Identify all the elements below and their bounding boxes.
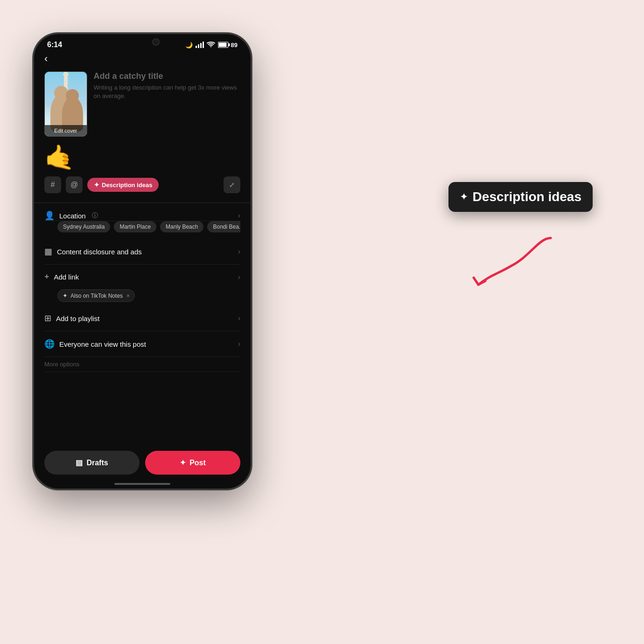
add-to-playlist-label: Add to playlist bbox=[56, 315, 99, 322]
tooltip-wand-icon: ✦ bbox=[460, 191, 468, 203]
phone-screen: 6:14 🌙 bbox=[34, 34, 251, 489]
content-disclosure-menu-item[interactable]: ▦ Content disclosure and ads › bbox=[44, 239, 240, 265]
add-link-menu-item[interactable]: + Add link › bbox=[44, 265, 240, 289]
add-to-playlist-menu-item[interactable]: ⊞ Add to playlist › bbox=[44, 306, 240, 331]
post-icon: ✦ bbox=[180, 458, 186, 467]
hashtag-button[interactable]: # bbox=[44, 176, 61, 193]
screen-content: ‹ Cover Edit cover bbox=[34, 53, 251, 372]
scene: 6:14 🌙 bbox=[0, 0, 644, 644]
location-menu-item[interactable]: 👤 Location ⓘ › bbox=[44, 203, 240, 221]
visibility-label: Everyone can view this post bbox=[59, 340, 146, 348]
mention-button[interactable]: @ bbox=[66, 176, 83, 193]
add-title-placeholder[interactable]: Add a catchy title bbox=[94, 71, 240, 81]
description-ideas-tooltip: ✦ Description ideas bbox=[448, 182, 593, 212]
location-chip-bondi[interactable]: Bondi Bea... bbox=[207, 221, 240, 232]
location-chip-manly[interactable]: Manly Beach bbox=[160, 221, 203, 232]
drafts-icon: ▤ bbox=[76, 458, 83, 467]
post-button[interactable]: ✦ Post bbox=[145, 451, 240, 475]
description-hint: Writing a long description can help get … bbox=[94, 84, 240, 100]
description-ideas-button[interactable]: ✦ Description ideas bbox=[87, 178, 159, 192]
content-disclosure-label: Content disclosure and ads bbox=[57, 248, 142, 256]
add-link-chevron: › bbox=[238, 273, 240, 281]
toolbar: # @ ✦ Description ideas ⤢ bbox=[44, 176, 240, 193]
location-chip-martin[interactable]: Martin Place bbox=[114, 221, 156, 232]
drafts-button[interactable]: ▤ Drafts bbox=[44, 451, 140, 475]
title-section: Add a catchy title Writing a long descri… bbox=[94, 71, 240, 134]
location-chip-sydney[interactable]: Sydney Australia bbox=[57, 221, 110, 232]
expand-button[interactable]: ⤢ bbox=[224, 176, 240, 193]
globe-icon: 🌐 bbox=[44, 339, 55, 349]
location-chips: Sydney Australia Martin Place Manly Beac… bbox=[44, 221, 240, 239]
signal-icon bbox=[196, 42, 204, 48]
status-time: 6:14 bbox=[47, 41, 62, 49]
battery-level: 89 bbox=[231, 42, 238, 49]
playlist-chevron: › bbox=[238, 314, 240, 322]
home-indicator bbox=[114, 483, 170, 485]
visibility-chevron: › bbox=[238, 340, 240, 348]
content-disclosure-chevron: › bbox=[238, 247, 240, 256]
back-button[interactable]: ‹ bbox=[44, 53, 240, 65]
bottom-bar: ▤ Drafts ✦ Post bbox=[44, 451, 240, 475]
tiktok-notes-label: Also on TikTok Notes bbox=[70, 293, 123, 299]
tiktok-notes-icon: ✦ bbox=[63, 292, 68, 299]
tiktok-notes-tag[interactable]: ✦ Also on TikTok Notes × bbox=[57, 289, 135, 302]
edit-cover-label[interactable]: Edit cover bbox=[45, 125, 87, 136]
add-link-label: Add link bbox=[54, 273, 79, 281]
notch bbox=[112, 34, 173, 48]
cover-thumbnail[interactable]: Cover Edit cover bbox=[44, 71, 87, 137]
location-label: Location bbox=[59, 212, 86, 220]
hand-emoji: 🤙 bbox=[44, 143, 240, 172]
tiktok-notes-close[interactable]: × bbox=[126, 293, 130, 299]
arrow-indicator bbox=[464, 229, 558, 303]
location-icon: 👤 bbox=[44, 210, 55, 221]
playlist-icon: ⊞ bbox=[44, 313, 51, 323]
location-chevron: › bbox=[238, 211, 240, 220]
wifi-icon bbox=[207, 42, 215, 48]
more-options-item[interactable]: More options bbox=[44, 357, 240, 372]
moon-icon: 🌙 bbox=[185, 42, 193, 49]
battery-icon: 89 bbox=[218, 42, 238, 49]
content-disclosure-icon: ▦ bbox=[44, 246, 52, 257]
svg-rect-1 bbox=[228, 43, 230, 46]
status-icons: 🌙 bbox=[185, 42, 238, 49]
visibility-menu-item[interactable]: 🌐 Everyone can view this post › bbox=[44, 331, 240, 357]
tooltip-text: Description ideas bbox=[473, 189, 581, 204]
info-icon: ⓘ bbox=[92, 211, 98, 220]
wand-icon: ✦ bbox=[94, 181, 99, 189]
phone-frame: 6:14 🌙 bbox=[33, 33, 252, 490]
add-link-icon: + bbox=[44, 272, 49, 282]
svg-rect-2 bbox=[218, 43, 226, 47]
